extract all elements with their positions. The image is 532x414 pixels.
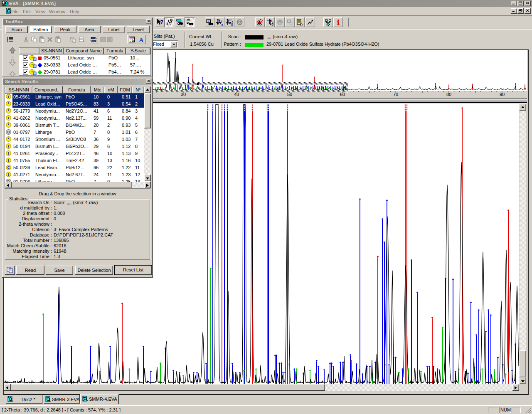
svg-text:90: 90 <box>500 92 505 97</box>
svg-text:D: D <box>7 130 10 134</box>
svg-text:50: 50 <box>287 92 292 97</box>
svg-text:I: I <box>8 158 9 163</box>
svg-text:80: 80 <box>446 92 451 97</box>
svg-text:?: ? <box>160 19 163 25</box>
svg-text:A: A <box>139 37 144 43</box>
svg-text:I: I <box>8 116 9 120</box>
svg-text:y: y <box>228 19 229 22</box>
svg-text:C: C <box>7 165 10 170</box>
svg-text:70: 70 <box>393 92 398 97</box>
svg-text:*: * <box>8 109 10 113</box>
svg-text:30: 30 <box>181 92 186 97</box>
svg-text:40: 40 <box>234 92 239 97</box>
svg-text:60: 60 <box>340 92 345 97</box>
svg-text:I: I <box>8 144 9 148</box>
svg-text:I: I <box>8 151 9 155</box>
svg-text:x: x <box>231 23 233 26</box>
svg-text:I: I <box>8 95 9 99</box>
svg-text:x: x <box>222 23 223 26</box>
svg-text:*: * <box>8 102 10 106</box>
svg-text:*: * <box>8 123 10 128</box>
svg-text:I: I <box>8 172 9 177</box>
svg-text:*: * <box>8 137 10 142</box>
